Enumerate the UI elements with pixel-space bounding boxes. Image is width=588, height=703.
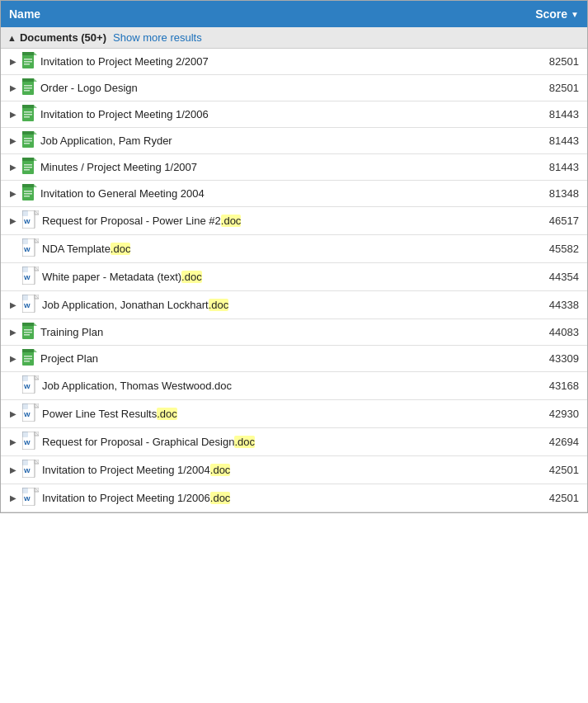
svg-rect-8 [22, 78, 34, 82]
row-filename: Job Application, Pam Ryder [40, 134, 172, 147]
row-expander[interactable]: ▶ [7, 493, 19, 502]
table-row[interactable]: ▶ Invitation to Project Meeting 2/200782… [1, 49, 587, 75]
table-row[interactable]: ▶ W Request for Proposal - Graphical Des… [1, 428, 587, 456]
svg-text:W: W [24, 439, 31, 446]
row-score: 42930 [513, 404, 587, 423]
svg-rect-27 [24, 164, 32, 166]
row-name-cell: ▶ Invitation to General Meeting 2004 [1, 181, 513, 206]
group-label: Documents (50+) [20, 31, 106, 44]
svg-rect-15 [24, 111, 32, 113]
row-name-cell: ▶ W Request for Proposal - Power Line #2… [1, 207, 513, 234]
row-name-cell: ▶ Minutes / Project Meeting 1/2007 [1, 154, 513, 180]
table-header: Name Score ▼ [1, 1, 587, 27]
row-expander[interactable]: ▶ [7, 300, 19, 309]
row-expander[interactable]: ▶ [7, 83, 19, 92]
row-expander[interactable]: ▶ [7, 110, 19, 119]
row-filename: Request for Proposal - Graphical Design.… [42, 436, 255, 448]
row-filename: White paper - Metadata (text).doc [42, 271, 202, 283]
svg-text:W: W [24, 411, 31, 418]
row-expander[interactable]: ▶ [7, 136, 19, 145]
group-expand-arrow[interactable]: ▲ [7, 33, 16, 43]
name-column-header[interactable]: Name [1, 1, 513, 27]
row-expander[interactable]: ▶ [7, 354, 19, 363]
row-expander[interactable]: ▶ [7, 409, 19, 418]
table-row[interactable]: W NDA Template.doc45582 [1, 235, 587, 263]
word-doc-icon: W [22, 295, 39, 315]
row-name-cell: W White paper - Metadata (text).doc [1, 263, 513, 290]
table-row[interactable]: ▶ Minutes / Project Meeting 1/200781443 [1, 154, 587, 181]
row-file-extension: .doc [111, 243, 131, 255]
rows-container: ▶ Invitation to Project Meeting 2/200782… [1, 49, 587, 512]
row-name-cell: ▶ W Power Line Test Results.doc [1, 400, 513, 427]
row-expander[interactable]: ▶ [7, 465, 19, 474]
score-column-header[interactable]: Score ▼ [513, 1, 587, 27]
row-file-extension: .doc [221, 215, 242, 227]
row-score: 81348 [513, 184, 587, 203]
svg-rect-82 [22, 375, 28, 381]
table-row[interactable]: W Job Application, Thomas Westwood.doc43… [1, 372, 587, 400]
row-expander[interactable]: ▶ [7, 57, 19, 66]
svg-rect-33 [24, 191, 32, 192]
green-doc-icon [22, 323, 37, 342]
table-row[interactable]: ▶ Training Plan44083 [1, 319, 587, 346]
show-more-link[interactable]: Show more results [113, 31, 202, 44]
row-score: 46517 [513, 211, 587, 230]
row-file-extension: .doc [209, 299, 229, 311]
svg-text:W: W [24, 467, 31, 474]
row-expander[interactable]: ▶ [7, 189, 19, 198]
row-expander[interactable]: ▶ [7, 437, 19, 446]
row-filename: Training Plan [40, 326, 103, 338]
table-row[interactable]: ▶ W Invitation to Project Meeting 1/2006… [1, 484, 587, 512]
svg-marker-65 [34, 323, 37, 326]
svg-rect-32 [22, 184, 34, 187]
green-doc-icon [22, 184, 37, 203]
svg-rect-110 [22, 488, 28, 493]
svg-rect-89 [22, 403, 28, 409]
row-expander[interactable]: ▶ [7, 328, 19, 337]
svg-rect-56 [22, 267, 28, 272]
row-filename: Job Application, Thomas Westwood.doc [42, 380, 232, 392]
table-row[interactable]: ▶ W Power Line Test Results.doc42930 [1, 400, 587, 428]
row-score: 82501 [513, 52, 587, 71]
svg-rect-63 [22, 295, 28, 300]
svg-rect-49 [22, 238, 28, 244]
row-name-cell: ▶ Order - Logo Design [1, 75, 513, 101]
row-expander[interactable]: ▶ [7, 163, 19, 172]
table-row[interactable]: W White paper - Metadata (text).doc44354 [1, 263, 587, 291]
svg-rect-5 [24, 64, 30, 65]
table-row[interactable]: ▶ W Request for Proposal - Power Line #2… [1, 207, 587, 235]
svg-text:W: W [24, 274, 31, 281]
table-row[interactable]: ▶ Job Application, Pam Ryder81443 [1, 128, 587, 154]
row-score: 44354 [513, 267, 587, 286]
svg-marker-7 [34, 78, 37, 82]
row-file-extension: .doc [157, 408, 177, 420]
row-filename: Invitation to General Meeting 2004 [40, 187, 205, 200]
svg-rect-74 [24, 358, 32, 360]
svg-rect-96 [22, 432, 28, 437]
table-row[interactable]: ▶ W Job Application, Jonathan Lockhart.d… [1, 291, 587, 319]
row-file-extension: .doc [210, 492, 231, 504]
svg-rect-23 [24, 143, 30, 144]
table-row[interactable]: ▶ Invitation to General Meeting 20048134… [1, 181, 587, 207]
row-name-cell: ▶ W Request for Proposal - Graphical Des… [1, 428, 513, 455]
svg-rect-9 [24, 85, 32, 87]
svg-rect-34 [24, 193, 32, 195]
row-score: 45582 [513, 239, 587, 258]
word-doc-icon: W [22, 238, 39, 259]
svg-rect-66 [22, 323, 34, 326]
svg-rect-28 [24, 167, 32, 168]
svg-marker-13 [34, 105, 37, 108]
table-row[interactable]: ▶ Order - Logo Design82501 [1, 75, 587, 101]
table-row[interactable]: ▶ W Invitation to Project Meeting 1/2004… [1, 456, 587, 484]
table-row[interactable]: ▶ Invitation to Project Meeting 1/200681… [1, 101, 587, 128]
row-name-cell: ▶ W Invitation to Project Meeting 1/2006… [1, 484, 513, 512]
row-score: 44083 [513, 323, 587, 342]
word-doc-icon: W [22, 210, 39, 231]
svg-rect-20 [22, 131, 34, 134]
row-expander[interactable]: ▶ [7, 216, 19, 225]
row-name-cell: ▶ W Invitation to Project Meeting 1/2004… [1, 456, 513, 484]
row-filename: Invitation to Project Meeting 1/2006.doc [42, 492, 230, 504]
svg-rect-75 [24, 361, 30, 362]
table-row[interactable]: ▶ Project Plan43309 [1, 346, 587, 372]
svg-rect-16 [24, 114, 32, 116]
